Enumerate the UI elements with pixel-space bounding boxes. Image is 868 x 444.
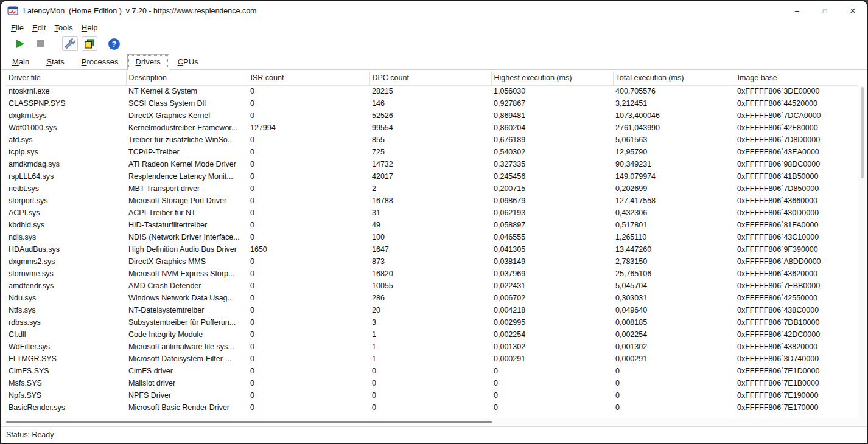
column-header-isr-count[interactable]: ISR count xyxy=(248,71,369,85)
table-cell: 0,001302 xyxy=(491,341,613,353)
menu-edit[interactable]: Edit xyxy=(28,22,50,33)
table-row[interactable]: tcpip.sysTCP/IP-Treiber07250,54030212,95… xyxy=(6,146,858,158)
table-cell: 0,037969 xyxy=(491,268,613,280)
table-row[interactable]: BasicRender.sysMicrosoft Basic Render Dr… xyxy=(6,401,858,414)
tab-processes[interactable]: Processes xyxy=(73,54,127,69)
menu-help[interactable]: Help xyxy=(77,22,102,33)
table-cell: 0xFFFFF806`7E1D0000 xyxy=(735,365,858,377)
table-row[interactable]: CLASSPNP.SYSSCSI Class System Dll01460,9… xyxy=(6,97,858,109)
table-cell: 0 xyxy=(369,389,491,401)
table-row[interactable]: WdFilter.sysMicrosoft antimalware file s… xyxy=(6,341,858,353)
table-cell: 0 xyxy=(248,146,369,158)
table-row[interactable]: Wdf01000.sysKernelmodustreiber-Framewor.… xyxy=(6,122,858,134)
table-row[interactable]: rspLLL64.sysResplendence Latency Monit..… xyxy=(6,170,858,182)
table-row[interactable]: ntoskrnl.exeNT Kernel & System0282151,05… xyxy=(6,85,858,97)
table-row[interactable]: afd.sysTreiber für zusätzliche WinSo...0… xyxy=(6,134,858,146)
table-row[interactable]: netbt.sysMBT Transport driver020,2007150… xyxy=(6,182,858,195)
vertical-scrollbar[interactable] xyxy=(858,86,866,418)
table-cell: 0xFFFFF806`98DC0000 xyxy=(735,158,858,170)
table-cell: NDIS (Network Driver Interface... xyxy=(126,231,248,243)
table-cell: amdkmdag.sys xyxy=(6,158,126,170)
table-cell: Msfs.SYS xyxy=(6,377,126,389)
table-row[interactable]: dxgmms2.sysDirectX Graphics MMS08730,038… xyxy=(6,255,858,268)
column-header-highest-execution[interactable]: Highest execution (ms) xyxy=(491,71,613,85)
table-cell: 5,061563 xyxy=(613,134,735,146)
table-cell: 0,860204 xyxy=(491,122,613,134)
table-cell: 0,002995 xyxy=(491,316,613,328)
table-cell: 0 xyxy=(613,401,735,414)
table-cell: Ntfs.sys xyxy=(6,304,126,316)
table-row[interactable]: CimFS.SYSCimFS driver00000xFFFFF806`7E1D… xyxy=(6,365,858,377)
table-cell: 286 xyxy=(369,292,491,304)
table-cell: 52526 xyxy=(369,109,491,122)
table-row[interactable]: kbdhid.sysHID-Tastaturfiltertreiber0490,… xyxy=(6,219,858,231)
minimize-button[interactable]: − xyxy=(783,1,811,21)
horizontal-scrollbar[interactable] xyxy=(1,418,867,426)
column-header-image-base[interactable]: Image base xyxy=(735,71,858,85)
column-header-total-execution[interactable]: Total execution (ms) xyxy=(613,71,735,85)
table-cell: 12,95790 xyxy=(613,146,735,158)
table-row[interactable]: stornvme.sysMicrosoft NVM Express Storp.… xyxy=(6,268,858,280)
table-cell: 0xFFFFF806`7E1B0000 xyxy=(735,377,858,389)
table-row[interactable]: Msfs.SYSMailslot driver00000xFFFFF806`7E… xyxy=(6,377,858,389)
table-cell: 0,000291 xyxy=(491,353,613,365)
table-cell: AMD Crash Defender xyxy=(126,280,248,292)
table-row[interactable]: rdbss.sysSubsystemtreiber für Pufferun..… xyxy=(6,316,858,328)
table-cell: CI.dll xyxy=(6,328,126,341)
table-row[interactable]: amdkmdag.sysATI Radeon Kernel Mode Drive… xyxy=(6,158,858,170)
table-cell: 0,002254 xyxy=(613,328,735,341)
tab-cpus[interactable]: CPUs xyxy=(169,54,207,69)
table-cell: tcpip.sys xyxy=(6,146,126,158)
table-row[interactable]: amdfendr.sysAMD Crash Defender0100550,02… xyxy=(6,280,858,292)
report-button[interactable] xyxy=(82,36,97,51)
table-row[interactable]: CI.dllCode Integrity Module010,0022540,0… xyxy=(6,328,858,341)
table-cell: TCP/IP-Treiber xyxy=(126,146,248,158)
table-cell: 0xFFFFF806`43620000 xyxy=(735,268,858,280)
table-cell: 0xFFFFF806`42DC0000 xyxy=(735,328,858,341)
table-cell: 127994 xyxy=(248,122,369,134)
table-cell: 0,303031 xyxy=(613,292,735,304)
table-row[interactable]: HDAudBus.sysHigh Definition Audio Bus Dr… xyxy=(6,243,858,255)
horizontal-scrollbar-thumb[interactable] xyxy=(6,421,492,423)
app-icon[interactable] xyxy=(7,5,18,16)
tab-main[interactable]: Main xyxy=(4,54,38,69)
table-cell: 1 xyxy=(369,353,491,365)
table-cell: 400,705576 xyxy=(613,85,735,97)
start-monitor-button[interactable] xyxy=(12,36,28,51)
maximize-button[interactable]: □ xyxy=(811,1,839,21)
table-row[interactable]: ndis.sysNDIS (Network Driver Interface..… xyxy=(6,231,858,243)
tab-drivers[interactable]: Drivers xyxy=(127,54,169,70)
vertical-scrollbar-thumb[interactable] xyxy=(861,87,864,178)
table-cell: 0 xyxy=(248,134,369,146)
status-bar: Status: Ready xyxy=(1,426,867,443)
window-controls: − □ × xyxy=(783,1,867,21)
table-row[interactable]: dxgkrnl.sysDirectX Graphics Kernel052526… xyxy=(6,109,858,122)
table-cell: storport.sys xyxy=(6,195,126,207)
stop-icon xyxy=(37,40,44,47)
title-bar[interactable]: LatencyMon (Home Edition ) v 7.20 - http… xyxy=(1,1,867,21)
column-header-dpc-count[interactable]: DPC count xyxy=(369,71,491,85)
help-button[interactable]: ? xyxy=(108,38,120,50)
table-cell: 0,049640 xyxy=(613,304,735,316)
table-row[interactable]: FLTMGR.SYSMicrosoft Dateisystem-Filter-.… xyxy=(6,353,858,365)
table-row[interactable]: ACPI.sysACPI-Treiber für NT0310,0621930,… xyxy=(6,207,858,219)
table-row[interactable]: Ndu.sysWindows Network Data Usag...02860… xyxy=(6,292,858,304)
menu-file[interactable]: File xyxy=(7,22,28,33)
options-button[interactable] xyxy=(62,36,78,51)
column-header-description[interactable]: Description xyxy=(126,71,248,85)
table-cell: 25,765106 xyxy=(613,268,735,280)
table-cell: 1073,400046 xyxy=(613,109,735,122)
menu-tools[interactable]: Tools xyxy=(50,22,77,33)
table-cell: DirectX Graphics Kernel xyxy=(126,109,248,122)
table-row[interactable]: Ntfs.sysNT-Dateisystemtreiber0200,004218… xyxy=(6,304,858,316)
table-cell: 14732 xyxy=(369,158,491,170)
table-row[interactable]: Npfs.SYSNPFS Driver00000xFFFFF806`7E1900… xyxy=(6,389,858,401)
stop-monitor-button[interactable] xyxy=(33,36,49,51)
tab-bar: Main Stats Processes Drivers CPUs xyxy=(1,54,867,70)
table-cell: 42017 xyxy=(369,170,491,182)
table-row[interactable]: storport.sysMicrosoft Storage Port Drive… xyxy=(6,195,858,207)
menu-bar: File Edit Tools Help xyxy=(1,21,867,34)
column-header-driver-file[interactable]: Driver file xyxy=(6,71,126,85)
close-button[interactable]: × xyxy=(839,1,867,21)
tab-stats[interactable]: Stats xyxy=(38,54,73,69)
